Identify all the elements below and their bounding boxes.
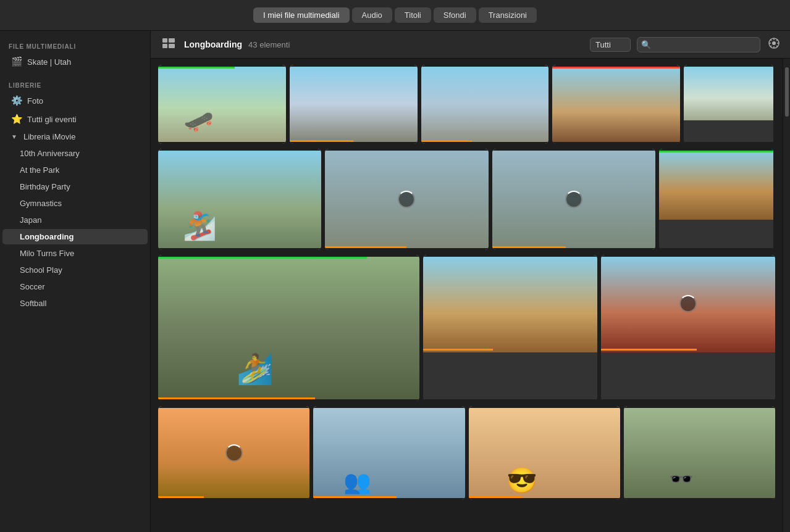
sidebar-item-label: School Play [20, 265, 62, 275]
loading-spinner [565, 191, 582, 208]
svg-rect-3 [169, 44, 175, 48]
video-thumbnail[interactable] [684, 65, 775, 144]
svg-rect-2 [162, 44, 167, 48]
scrollbar[interactable] [783, 59, 790, 532]
sidebar-item-label: Japan [20, 215, 41, 225]
video-row: 👥 😎 [158, 406, 775, 500]
video-thumbnail[interactable] [325, 149, 488, 250]
sidebar-item-japan[interactable]: Japan [2, 212, 148, 228]
sidebar-item-foto[interactable]: ⚙️ Foto [2, 92, 148, 109]
video-row: 🏂 [158, 149, 775, 250]
sidebar-item-softball[interactable]: Softball [2, 296, 148, 311]
svg-line-11 [776, 46, 778, 47]
sidebar-item-label: Gymnastics [20, 199, 62, 208]
video-thumbnail[interactable] [421, 65, 549, 144]
sidebar-item-label: Skate | Utah [27, 57, 71, 67]
video-row: 🏄 [158, 255, 775, 401]
top-navigation: I miei file multimediali Audio Titoli Sf… [0, 0, 790, 31]
chevron-down-icon: ▼ [11, 133, 17, 140]
sidebar-item-at-the-park[interactable]: At the Park [2, 162, 148, 178]
tab-audio[interactable]: Audio [352, 7, 392, 23]
main-layout: FILE MULTIMEDIALI 🎬 Skate | Utah LIBRERI… [0, 31, 790, 532]
sidebar-item-label: Tutti gli eventi [27, 115, 77, 124]
video-thumbnail[interactable]: 🏂 [158, 149, 321, 250]
content-toolbar: Longboarding 43 elementi Tutti Video Fot… [151, 31, 790, 59]
sidebar: FILE MULTIMEDIALI 🎬 Skate | Utah LIBRERI… [0, 31, 151, 532]
video-thumbnail[interactable]: 🕶️ [624, 406, 775, 500]
sidebar-item-label: 10th Anniversary [20, 149, 80, 158]
sidebar-item-label: Libreria iMovie [23, 132, 76, 141]
video-thumbnail[interactable] [158, 406, 309, 500]
sidebar-item-label: At the Park [20, 165, 59, 175]
video-thumbnail[interactable]: 🏄 [158, 255, 419, 401]
star-icon: ⭐ [11, 114, 22, 125]
video-thumbnail[interactable] [659, 149, 775, 250]
sidebar-item-school-play[interactable]: School Play [2, 262, 148, 278]
sidebar-item-label: Softball [20, 299, 46, 308]
sidebar-item-label: Longboarding [20, 232, 74, 241]
sidebar-item-tutti-eventi[interactable]: ⭐ Tutti gli eventi [2, 110, 148, 128]
sidebar-item-libreria-imovie[interactable]: ▼ Libreria iMovie [2, 129, 148, 144]
sidebar-item-label: Milo Turns Five [20, 249, 74, 258]
sidebar-item-label: Foto [27, 96, 43, 106]
video-thumbnail[interactable] [552, 65, 680, 144]
search-wrapper: 🔍 [637, 37, 760, 52]
scrollbar-thumb[interactable] [785, 67, 789, 117]
sidebar-item-10th-anniversary[interactable]: 10th Anniversary [2, 146, 148, 161]
sidebar-item-label: Birthday Party [20, 182, 70, 191]
tab-my-media[interactable]: I miei file multimediali [253, 7, 350, 23]
video-thumbnail[interactable] [423, 255, 597, 401]
search-input[interactable] [637, 37, 760, 52]
tab-transizioni[interactable]: Transizioni [479, 7, 537, 23]
svg-point-5 [772, 41, 776, 45]
sidebar-item-skate-utah[interactable]: 🎬 Skate | Utah [2, 53, 148, 70]
loading-spinner [398, 191, 415, 208]
settings-button[interactable] [767, 36, 781, 53]
video-thumbnail[interactable]: 👥 [313, 406, 464, 500]
video-thumbnail[interactable] [492, 149, 655, 250]
tab-sfondi[interactable]: Sfondi [434, 7, 476, 23]
sidebar-item-soccer[interactable]: Soccer [2, 279, 148, 294]
grid-view-button[interactable] [159, 36, 178, 52]
video-row: 🛹 [158, 65, 775, 144]
loading-spinner [225, 444, 243, 462]
content-with-scroll: 🛹 [151, 59, 790, 532]
section-title-file-multimediali: FILE MULTIMEDIALI [0, 38, 150, 52]
video-thumbnail[interactable]: 🛹 [158, 65, 286, 144]
photos-icon: ⚙️ [11, 95, 22, 106]
video-thumbnail[interactable] [290, 65, 418, 144]
filter-select[interactable]: Tutti Video Foto [590, 38, 631, 52]
content-area: Longboarding 43 elementi Tutti Video Fot… [151, 31, 790, 532]
sidebar-item-label: Soccer [20, 282, 44, 291]
sidebar-item-birthday-party[interactable]: Birthday Party [2, 179, 148, 194]
content-title: Longboarding [184, 39, 242, 49]
svg-line-13 [770, 46, 771, 47]
film-icon: 🎬 [11, 56, 22, 67]
section-title-librerie: LIBRERIE [0, 77, 150, 91]
tab-titoli[interactable]: Titoli [395, 7, 431, 23]
svg-rect-0 [162, 38, 167, 43]
sidebar-item-longboarding[interactable]: Longboarding [2, 229, 148, 244]
sidebar-item-milo-turns-five[interactable]: Milo Turns Five [2, 246, 148, 261]
video-grid: 🛹 [151, 59, 783, 532]
video-thumbnail[interactable] [601, 255, 775, 401]
video-thumbnail[interactable]: 😎 [469, 406, 620, 500]
svg-line-10 [770, 39, 771, 41]
svg-rect-1 [169, 38, 175, 43]
loading-spinner [679, 295, 697, 312]
content-count: 43 elementi [248, 40, 290, 49]
sidebar-item-gymnastics[interactable]: Gymnastics [2, 196, 148, 211]
svg-line-12 [776, 39, 778, 41]
